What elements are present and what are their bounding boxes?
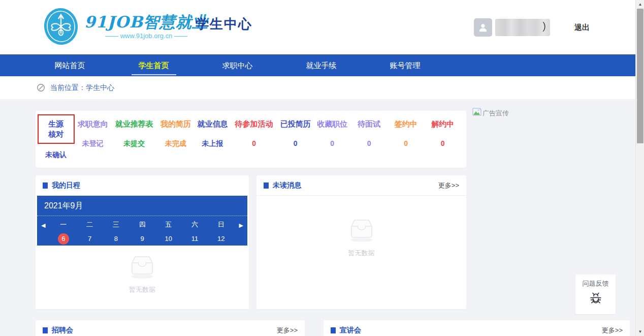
status-value-pending-activities[interactable]: 0	[231, 139, 277, 147]
calendar-date[interactable]: 9	[129, 233, 155, 245]
calendar-date[interactable]: 10	[155, 233, 182, 245]
vertical-scrollbar[interactable]: ▲ ▼	[635, 0, 644, 336]
status-label-job-intention[interactable]: 求职意向	[78, 119, 108, 129]
bug-icon	[588, 291, 603, 306]
status-label-signing[interactable]: 签约中	[395, 119, 417, 129]
user-icon	[477, 22, 489, 33]
username-redacted: )	[495, 19, 550, 36]
empty-inbox-icon	[126, 254, 158, 280]
calendar-grid: 一 二 三 四 五 六 日 6 7 8 9 10 11	[37, 216, 247, 245]
status-value-employment-info[interactable]: 未上报	[194, 139, 231, 148]
status-value-source-check[interactable]: 未确认	[38, 150, 75, 160]
info-session-header: 宣讲会 更多>>	[324, 320, 630, 336]
compass-icon	[37, 83, 45, 92]
nav-item-site-home[interactable]: 网站首页	[28, 54, 112, 76]
status-col-pending-activities: 待参加活动 0	[231, 119, 277, 160]
status-value-pending-interviews[interactable]: 0	[350, 139, 388, 147]
job-fair-title: 招聘会	[52, 326, 73, 335]
calendar-month: 2021年9月	[37, 196, 247, 216]
status-col-source-check: 生源核对 未确认	[38, 119, 75, 160]
weekday-wed: 三	[103, 220, 129, 229]
user-area: ) 退出	[474, 18, 590, 37]
status-value-favorite-jobs[interactable]: 0	[314, 139, 351, 147]
status-label-employment-info[interactable]: 就业信息	[197, 119, 228, 129]
status-label-my-resume[interactable]: 我的简历	[160, 119, 191, 129]
active-tab-underline	[132, 74, 176, 75]
status-col-my-resume: 我的简历 未完成	[157, 119, 195, 160]
broken-image-icon	[472, 108, 481, 116]
nav-item-account-management[interactable]: 账号管理	[363, 54, 447, 76]
weekday-tue: 二	[77, 220, 103, 229]
status-label-submitted-resumes[interactable]: 已投简历	[280, 119, 311, 129]
feedback-widget[interactable]: 问题反馈	[575, 274, 616, 314]
empty-text: 暂无数据	[129, 285, 155, 294]
section-bullet-icon	[331, 327, 336, 333]
info-session-title: 宣讲会	[340, 326, 361, 335]
calendar-weekday-row: 一 二 三 四 五 六 日	[50, 220, 234, 229]
calendar-date[interactable]: 8	[103, 233, 129, 245]
main-nav: 网站首页 学生首页 求职中心 就业手续 账号管理	[0, 54, 635, 76]
status-label-terminating[interactable]: 解约中	[431, 119, 454, 129]
job-fair-header: 招聘会 更多>>	[36, 320, 305, 336]
status-col-employment-info: 就业信息 未上报	[194, 119, 231, 160]
schedule-card: 我的日程 2021年9月 一 二 三 四 五 六 日 6	[36, 175, 249, 309]
calendar: 2021年9月 一 二 三 四 五 六 日 6 7 8	[37, 196, 247, 246]
messages-more-link[interactable]: 更多>>	[438, 181, 459, 190]
calendar-prev-arrow[interactable]: ◀	[41, 222, 45, 229]
messages-card: 未读消息 更多>> 暂无数据	[256, 175, 466, 309]
status-label-recommendation-form[interactable]: 就业推荐表	[115, 119, 153, 129]
scroll-down-arrow[interactable]: ▼	[636, 327, 644, 336]
empty-inbox-icon	[345, 217, 378, 243]
calendar-date-selected[interactable]: 6	[50, 233, 77, 245]
breadcrumb: 当前位置：学生中心	[0, 76, 635, 99]
schedule-title: 我的日程	[52, 181, 80, 190]
redacted-mark: )	[542, 20, 546, 32]
weekday-fri: 五	[155, 220, 182, 229]
status-value-signing[interactable]: 0	[388, 139, 425, 147]
calendar-date[interactable]: 12	[208, 233, 234, 245]
calendar-next-arrow[interactable]: ▶	[239, 222, 243, 229]
job-fair-more-link[interactable]: 更多>>	[277, 326, 298, 335]
messages-title: 未读消息	[273, 181, 301, 190]
logout-button[interactable]: 退出	[574, 23, 590, 33]
page-title: 学生中心	[196, 15, 252, 33]
ad-alt-text: 广告宣传	[482, 109, 509, 118]
calendar-date[interactable]: 7	[77, 233, 103, 245]
calendar-date[interactable]: 11	[182, 233, 208, 245]
weekday-thu: 四	[129, 220, 155, 229]
section-bullet-icon	[264, 182, 269, 189]
nav-item-student-home[interactable]: 学生首页	[112, 54, 196, 76]
selected-date-badge: 6	[58, 233, 69, 245]
empty-text: 暂无数据	[348, 249, 375, 258]
site-logo[interactable]: 91JOB智慧就业 —— www.91job.org.cn ——	[43, 7, 208, 46]
student-center-page: 91JOB智慧就业 —— www.91job.org.cn —— 学生中心 ) …	[0, 0, 635, 336]
weekday-sun: 日	[208, 220, 234, 229]
nav-item-job-center[interactable]: 求职中心	[196, 54, 279, 76]
nav-item-employment-procedures[interactable]: 就业手续	[279, 54, 363, 76]
avatar[interactable]	[474, 18, 492, 37]
status-value-recommendation-form[interactable]: 未提交	[111, 139, 157, 148]
weekday-mon: 一	[50, 220, 77, 229]
status-label-source-check[interactable]: 生源核对	[38, 114, 75, 144]
status-row: 生源核对 未确认 求职意向 未登记 就业推荐表 未提交 我的简历 未完成 就业信…	[38, 119, 461, 160]
status-col-submitted-resumes: 已投简历 0	[277, 119, 314, 160]
status-col-pending-interviews: 待面试 0	[350, 119, 388, 160]
status-label-favorite-jobs[interactable]: 收藏职位	[317, 119, 347, 129]
scrollbar-thumb[interactable]	[637, 9, 643, 143]
logo-title: 91JOB智慧就业	[84, 13, 208, 30]
calendar-date-row: 6 7 8 9 10 11 12	[50, 233, 234, 245]
messages-empty-state: 暂无数据	[256, 217, 466, 258]
status-value-job-intention[interactable]: 未登记	[75, 139, 112, 148]
ad-banner-broken-image[interactable]: 广告宣传	[472, 108, 509, 118]
status-label-pending-interviews[interactable]: 待面试	[358, 119, 380, 129]
status-value-submitted-resumes[interactable]: 0	[277, 139, 314, 147]
status-value-terminating[interactable]: 0	[424, 139, 461, 147]
status-value-my-resume[interactable]: 未完成	[157, 139, 195, 148]
logo-url: —— www.91job.org.cn ——	[105, 32, 187, 40]
status-label-pending-activities[interactable]: 待参加活动	[235, 119, 273, 129]
schedule-header: 我的日程	[36, 175, 249, 196]
status-summary-card: 生源核对 未确认 求职意向 未登记 就业推荐表 未提交 我的简历 未完成 就业信…	[36, 111, 466, 168]
scroll-up-arrow[interactable]: ▲	[636, 0, 644, 9]
status-col-favorite-jobs: 收藏职位 0	[314, 119, 351, 160]
info-session-more-link[interactable]: 更多>>	[602, 326, 623, 335]
